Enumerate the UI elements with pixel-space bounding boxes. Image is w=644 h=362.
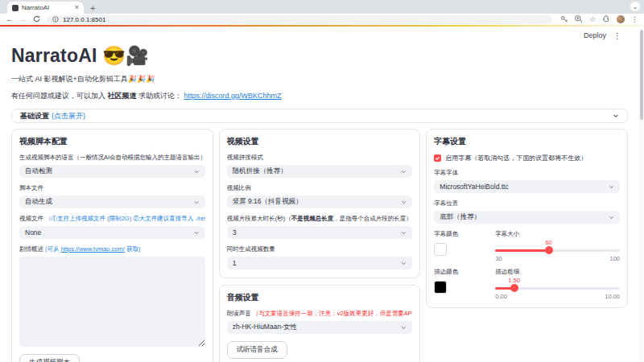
expander-title: 基础设置 bbox=[20, 111, 49, 121]
language-select[interactable]: 自动检测 bbox=[19, 165, 205, 178]
aspect-ratio-select[interactable]: 竖屏 9:16（抖音视频） bbox=[227, 195, 413, 208]
video-count-value: 1 bbox=[233, 259, 237, 267]
browser-menu-icon[interactable]: ⋮ bbox=[631, 16, 638, 23]
chevron-down-icon bbox=[194, 200, 200, 205]
stroke-width-slider[interactable]: 1.50 0.00 10.00 bbox=[495, 277, 620, 299]
browser-tab[interactable]: NarratoAI × bbox=[7, 2, 84, 14]
clip-duration-select[interactable]: 3 bbox=[227, 226, 413, 239]
video-file-label: 视频文件 （①支持上传视频文件 (限制2G) ②大文件建议直接导入 ./reso… bbox=[19, 215, 205, 223]
chevron-down-icon bbox=[194, 230, 200, 236]
enable-subtitle-checkbox[interactable] bbox=[434, 154, 441, 162]
tab-close-icon[interactable]: × bbox=[75, 4, 79, 11]
clip-label-suffix: ，是指每个合成片段的长度） bbox=[333, 215, 412, 222]
bookmark-star-icon[interactable]: ☆ bbox=[589, 16, 596, 23]
url-text[interactable]: 127.0.0.1:8501 bbox=[63, 16, 105, 23]
script-file-select[interactable]: 自动生成 bbox=[19, 195, 205, 208]
subtitle-size-slider[interactable]: 60 30 100 bbox=[495, 239, 620, 261]
reload-icon[interactable] bbox=[33, 15, 40, 24]
subtitle-color-swatch[interactable] bbox=[434, 243, 447, 256]
back-icon[interactable]: ← bbox=[6, 16, 13, 23]
subtitle-color-label: 字幕颜色 bbox=[434, 230, 485, 238]
voice-value: zh-HK-HiuMaan-女性 bbox=[233, 323, 297, 332]
community-suffix: 求助或讨论： bbox=[137, 92, 184, 100]
video-file-select[interactable]: None bbox=[19, 226, 205, 239]
toolbar-actions: ☆ ⋮ bbox=[560, 15, 638, 23]
voice-select[interactable]: zh-HK-HiuMaan-女性 bbox=[227, 321, 413, 334]
plot-label: 剧情概述 (可从 https://www.tvmao.com/ 获取) bbox=[19, 245, 205, 253]
subtitle-font-label: 字幕字体 bbox=[434, 169, 620, 177]
community-prefix: 有任何问题或建议，可以加入 bbox=[11, 92, 108, 100]
slider-max: 10.00 bbox=[605, 293, 620, 300]
language-label: 生成视频脚本的语言（一般情况AI会自动根据您输入的主题语言输出） bbox=[19, 154, 205, 162]
voice-hint: （与文案语言保持一致，注意：v2版效果更好，但是需要API KEY） bbox=[253, 310, 413, 317]
chevron-down-icon bbox=[401, 261, 407, 266]
aspect-ratio-label: 视频比例 bbox=[227, 184, 413, 192]
stroke-color-width-row: 描边颜色 描边粗细 1.50 0.00 10.00 bbox=[434, 268, 620, 299]
page-subtitle: 一站式 AI 影视解说+自动化剪辑工具🎉🎉🎉 bbox=[11, 74, 633, 84]
script-file-label: 脚本文件 bbox=[19, 184, 205, 192]
panel-title: 音频设置 bbox=[227, 292, 413, 303]
aspect-ratio-value: 竖屏 9:16（抖音视频） bbox=[233, 197, 303, 207]
concat-mode-value: 随机拼接（推荐） bbox=[233, 167, 287, 176]
slider-thumb[interactable] bbox=[545, 246, 553, 254]
extensions-puzzle-icon[interactable] bbox=[602, 15, 610, 23]
site-favicon-icon bbox=[12, 5, 19, 11]
slider-range: 0.00 10.00 bbox=[495, 293, 620, 300]
password-key-icon[interactable] bbox=[560, 15, 568, 23]
chevron-down-icon bbox=[194, 169, 200, 175]
video-file-hint: （①支持上传视频文件 (限制2G) ②大文件建议直接导入 ./resource/… bbox=[45, 215, 205, 222]
chevron-down-icon bbox=[401, 230, 407, 236]
panel-title: 视频脚本配置 bbox=[19, 136, 205, 147]
streamlit-header: Deploy ⋮ bbox=[11, 30, 633, 41]
panel-title: 视频设置 bbox=[227, 136, 413, 147]
subtitle-font-select[interactable]: MicrosoftYaHeiBold.ttc bbox=[434, 180, 620, 193]
streamlit-app: Deploy ⋮ NarratoAI 😎🎥 一站式 AI 影视解说+自动化剪辑工… bbox=[0, 27, 639, 362]
video-file-label-text: 视频文件 bbox=[19, 215, 45, 222]
column-script: 视频脚本配置 生成视频脚本的语言（一般情况AI会自动根据您输入的主题语言输出） … bbox=[11, 129, 213, 362]
slider-range: 30 100 bbox=[495, 255, 620, 262]
tab-search-icon[interactable]: ⌄ bbox=[630, 2, 640, 11]
column-subtitle: 字幕设置 启用字幕（若取消勾选，下面的设置都将不生效） 字幕字体 Microso… bbox=[426, 129, 628, 308]
discord-link[interactable]: https://discord.gg/WBKChhmZ bbox=[184, 92, 282, 100]
enable-subtitle-label: 启用字幕（若取消勾选，下面的设置都将不生效） bbox=[445, 154, 587, 162]
expander-hint: (点击展开) bbox=[52, 111, 85, 121]
plot-textarea[interactable] bbox=[19, 257, 205, 347]
script-config-panel: 视频脚本配置 生成视频脚本的语言（一般情况AI会自动根据您输入的主题语言输出） … bbox=[11, 129, 213, 362]
subtitle-font-value: MicrosoftYaHeiBold.ttc bbox=[440, 183, 508, 191]
clip-label-prefix: 视频片段最大时长(秒)（ bbox=[227, 215, 291, 222]
slider-fill bbox=[495, 249, 548, 252]
slider-min: 0.00 bbox=[495, 293, 507, 300]
tvmao-link[interactable]: https://www.tvmao.com/ bbox=[61, 245, 125, 253]
chevron-down-icon bbox=[401, 200, 407, 205]
stroke-color-swatch[interactable] bbox=[434, 281, 447, 294]
subtitle-settings-panel: 字幕设置 启用字幕（若取消勾选，下面的设置都将不生效） 字幕字体 Microso… bbox=[426, 129, 628, 308]
audio-settings-panel: 音频设置 朗读声音 （与文案语言保持一致，注意：v2版效果更好，但是需要API … bbox=[219, 285, 421, 362]
page-scrollbar[interactable] bbox=[639, 27, 644, 362]
stroke-color-label: 描边颜色 bbox=[434, 268, 485, 276]
forward-icon: → bbox=[19, 16, 27, 23]
deploy-button[interactable]: Deploy bbox=[584, 31, 606, 39]
scrollbar-thumb[interactable] bbox=[640, 30, 643, 120]
slider-thumb[interactable] bbox=[510, 284, 518, 292]
chevron-down-icon bbox=[401, 325, 407, 331]
column-video-audio: 视频设置 视频拼接模式 随机拼接（推荐） 视频比例 竖屏 9:16（抖音视频） … bbox=[219, 129, 421, 362]
new-tab-button[interactable]: + bbox=[90, 4, 95, 13]
community-channel: 社区频道 bbox=[108, 92, 137, 100]
profile-avatar[interactable] bbox=[617, 15, 625, 23]
site-info-icon[interactable] bbox=[52, 16, 59, 23]
concat-mode-select[interactable]: 随机拼接（推荐） bbox=[227, 165, 413, 178]
app-menu-icon[interactable]: ⋮ bbox=[613, 31, 621, 40]
generate-script-button[interactable]: 生成视频脚本 bbox=[19, 354, 80, 362]
community-line: 有任何问题或建议，可以加入 社区频道 求助或讨论： https://discor… bbox=[11, 91, 633, 101]
tts-preview-button[interactable]: 试听语音合成 bbox=[227, 341, 287, 359]
video-count-select[interactable]: 1 bbox=[227, 257, 413, 269]
video-file-value: None bbox=[25, 228, 41, 237]
tab-strip: NarratoAI × + ⌄ bbox=[0, 0, 644, 14]
script-file-value: 自动生成 bbox=[25, 197, 52, 207]
chevron-down-icon bbox=[613, 113, 619, 119]
basic-settings-expander[interactable]: 基础设置 (点击展开) bbox=[11, 109, 628, 123]
translate-icon[interactable] bbox=[575, 15, 583, 23]
chevron-down-icon bbox=[401, 169, 407, 175]
address-bar[interactable]: 127.0.0.1:8501 bbox=[47, 15, 552, 24]
subtitle-position-select[interactable]: 底部（推荐） bbox=[434, 211, 620, 224]
